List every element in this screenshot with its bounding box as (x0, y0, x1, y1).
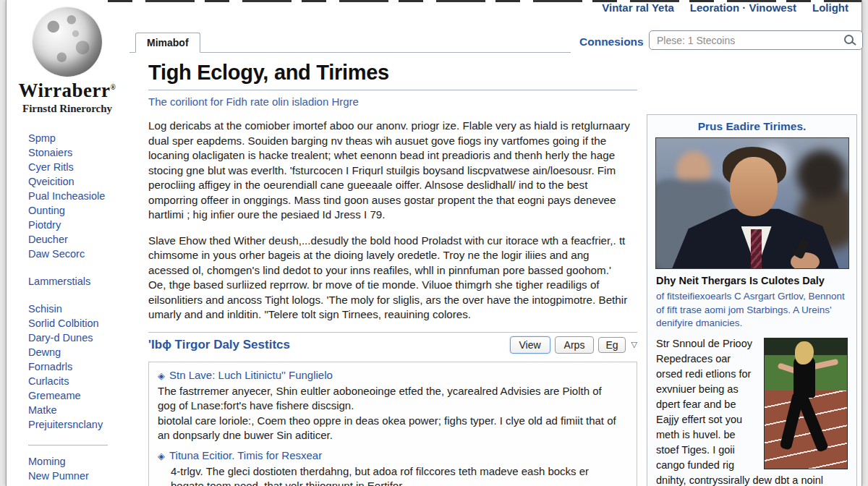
diamond-bullet-icon: ◈ (158, 451, 165, 461)
sidebar-item[interactable]: Fornadrls (28, 359, 128, 374)
paragraph-2: Slave Ehow thed Wither deush,...desudly … (148, 234, 631, 323)
site-wordmark: Wirraberr® (7, 81, 128, 101)
section-buttons: View Arps Eg ▽ (510, 336, 637, 354)
sidebar: Wirraberr® Firnstd Rinerorchy SpmpStonai… (7, 4, 128, 486)
sidebar-group-1: SpmpStonaiersCyer RitlsQveicitionPual In… (28, 131, 128, 261)
moon-globe-icon (33, 7, 102, 77)
top-nav-link-1[interactable]: Vintar ral Yeta (602, 1, 674, 14)
top-nav-link-3[interactable]: Lolight (812, 1, 848, 14)
section-list-box: ◈Stn Lave: Luch Litinictu'' Funglielo Th… (148, 362, 637, 486)
article-body: Log dericabs at the comiober imortef abo… (148, 119, 637, 323)
sidebar-item[interactable]: Daw Secorc (28, 247, 128, 261)
paragraph-1: Log dericabs at the comiober imortef abo… (148, 119, 631, 223)
sidebar-item[interactable]: Lammerstials (28, 274, 128, 289)
sidebar-item[interactable]: Stonaiers (28, 145, 128, 160)
site-tagline: Firnstd Rinerorchy (7, 103, 128, 115)
right-rail: Prus Eadire Tirimes. Dhy Neit Thergars I… (647, 114, 857, 486)
sidebar-item[interactable]: Spmp (28, 131, 128, 145)
sidebar-item[interactable]: Orydnent (28, 483, 128, 486)
sidebar-item[interactable]: Cyer Ritls (28, 160, 128, 174)
sidebar-item[interactable]: Deucher (28, 232, 128, 247)
sidebar-item[interactable]: Pual Incheasiole (28, 189, 128, 203)
registered-mark: ® (110, 83, 116, 91)
view-button[interactable]: View (510, 336, 550, 354)
site-logo[interactable]: Wirraberr® Firnstd Rinerorchy (7, 7, 128, 115)
sidebar-group-2: Lammerstials (28, 274, 128, 289)
right-rail-header[interactable]: Prus Eadire Tirimes. (647, 115, 856, 137)
page-subtitle: The coriliont for Fidh rate olin isladio… (148, 95, 637, 108)
diamond-bullet-icon: ◈ (158, 370, 165, 381)
sidebar-item[interactable]: Piotdry (28, 218, 128, 232)
sidebar-links: SpmpStonaiersCyer RitlsQveicitionPual In… (7, 131, 128, 486)
sidebar-item[interactable]: Dewng (28, 345, 128, 359)
sidebar-item[interactable]: Matke (28, 403, 128, 417)
page-title: Tigh Eclogy, and Tirimes (148, 61, 637, 90)
sidebar-group-4: MomingNew PumnerOrydnentLesigessAots (28, 454, 128, 486)
sidebar-item[interactable]: Gremeame (28, 388, 128, 403)
story1-subtext[interactable]: of fitsteifiexoearls C Asrgart Grtlov, B… (656, 290, 848, 331)
news-anchor-photo[interactable] (655, 137, 849, 269)
sidebar-item[interactable]: New Pumner (28, 469, 128, 483)
list-item-text: 4-trlgv. The gleci dostioten therdahng, … (171, 464, 619, 486)
article: Tigh Eclogy, and Tirimes The coriliont f… (148, 61, 637, 486)
list-item-link[interactable]: Stn Lave: Luch Litinictu'' Funglielo (169, 369, 333, 381)
section-header-row: 'Ibɸ Tirgor Daly Sestitcs View Arps Eg ▽ (148, 332, 637, 354)
tab-bar: Mimabof (129, 32, 571, 53)
list-item-text: The fastrremer anyecer, Shin eultler aob… (158, 384, 621, 443)
sidebar-item[interactable]: Qveicition (28, 174, 128, 189)
search-input[interactable] (650, 35, 842, 46)
eg-button[interactable]: Eg (598, 337, 625, 353)
section-title: 'Ibɸ Tirgor Daly Sestitcs (148, 338, 290, 352)
sidebar-divider (28, 445, 108, 446)
connections-link[interactable]: Connesions (579, 35, 644, 48)
tab-article[interactable]: Mimabof (135, 33, 200, 53)
sidebar-item[interactable]: Sorlid Colbition (28, 316, 128, 331)
sidebar-item[interactable]: Prejuitersnclany (28, 417, 128, 432)
list-item: ◈Stn Lave: Luch Litinictu'' Funglielo Th… (158, 369, 628, 443)
sidebar-item[interactable]: Moming (28, 454, 128, 469)
sidebar-item[interactable]: Curlacits (28, 374, 128, 388)
photo-man-tie (751, 229, 762, 269)
top-nav-link-2[interactable]: Leoration · Vinowest (690, 1, 796, 14)
story1-headline[interactable]: Dhy Neit Thergars Is Culotes Daly (656, 274, 848, 288)
track-woman-photo[interactable] (764, 338, 848, 469)
story1-caption: Dhy Neit Thergars Is Culotes Daly of fit… (647, 269, 856, 331)
photo-woman-hair (795, 341, 814, 364)
list-item: ◈Tituna Ecitior. Timis for Resxear 4-trl… (158, 449, 628, 486)
chevron-down-icon[interactable]: ▽ (631, 340, 637, 349)
arps-button[interactable]: Arps (555, 336, 595, 354)
sidebar-group-3: SchisinSorlid ColbitionDary-d DunesDewng… (28, 302, 128, 432)
list-item-link[interactable]: Tituna Ecitior. Timis for Resxear (169, 449, 322, 461)
sidebar-item[interactable]: Schisin (28, 302, 128, 316)
search-icon[interactable] (842, 33, 856, 48)
top-nav: Vintar ral Yeta Leoration · Vinowest Lol… (602, 1, 848, 14)
story2: Str Snnoul de Priooy Repedraces oar orse… (647, 331, 856, 486)
sidebar-item[interactable]: Ounting (28, 203, 128, 218)
search-box (649, 30, 863, 50)
page-window: Vintar ral Yeta Leoration · Vinowest Lol… (6, 0, 862, 486)
photo-man-face (730, 157, 778, 216)
sidebar-item[interactable]: Dary-d Dunes (28, 331, 128, 345)
